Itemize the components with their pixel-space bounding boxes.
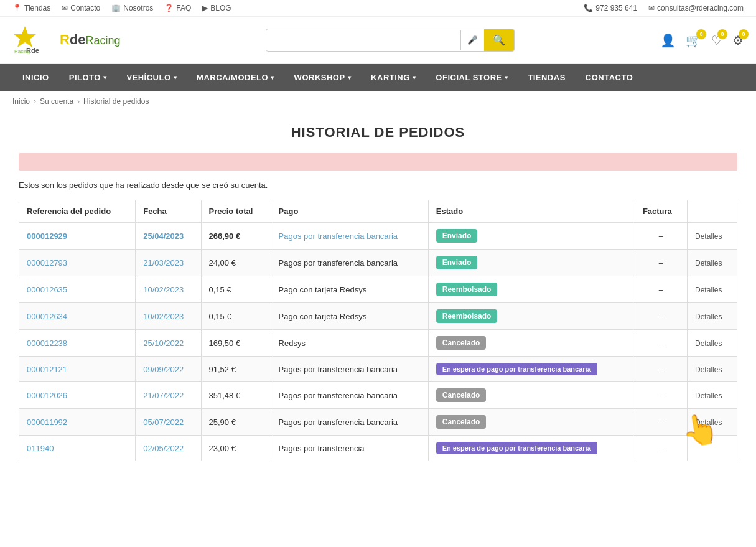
details-link[interactable]: Detalles	[695, 339, 722, 348]
top-nav-blog[interactable]: ▶ BLOG	[202, 4, 231, 12]
order-ref-link[interactable]: 000012238	[27, 339, 67, 348]
status-cell: Reembolsado	[428, 276, 635, 303]
order-ref-link[interactable]: 000012635	[27, 285, 67, 294]
factura-cell: –	[635, 330, 687, 357]
breadcrumb-current: Historial de pedidos	[83, 97, 149, 106]
breadcrumb-inicio[interactable]: Inicio	[12, 97, 30, 106]
details-cell: Detalles	[688, 357, 737, 382]
cart-button[interactable]: 🛒 0	[686, 33, 701, 48]
order-ref-link[interactable]: 000011992	[27, 418, 67, 427]
details-cell: Detalles	[688, 382, 737, 409]
table-row: 00001263410/02/20230,15 €Pago con tarjet…	[19, 303, 737, 330]
breadcrumb-cuenta[interactable]: Su cuenta	[40, 97, 73, 106]
page-title: HISTORIAL DE PEDIDOS	[19, 124, 737, 141]
order-ref-link[interactable]: 011940	[27, 444, 54, 453]
status-cell: Cancelado	[428, 382, 635, 409]
logo-area: Rde Racing RdeRacing	[12, 23, 121, 57]
top-nav-faq[interactable]: ❓ FAQ	[164, 4, 191, 12]
nav-piloto[interactable]: PILOTO ▾	[59, 64, 117, 91]
vehiculo-caret: ▾	[174, 74, 177, 81]
details-link[interactable]: Detalles	[695, 312, 722, 321]
date-link[interactable]: 25/04/2023	[143, 231, 184, 241]
status-badge: En espera de pago por transferencia banc…	[436, 442, 597, 454]
status-cell: Reembolsado	[428, 303, 635, 330]
date-link[interactable]: 21/03/2023	[143, 258, 184, 268]
table-row: 00001279321/03/202324,00 €Pagos por tran…	[19, 250, 737, 276]
status-badge: Cancelado	[436, 388, 487, 402]
col-factura: Factura	[635, 200, 687, 223]
details-cell: Detalles	[688, 250, 737, 276]
top-nav-contacto[interactable]: ✉ Contacto	[62, 4, 100, 12]
price-cell: 351,48 €	[201, 382, 271, 409]
logo-image: Rde Racing	[12, 23, 56, 57]
order-ref-link[interactable]: 000012121	[27, 365, 67, 374]
date-link[interactable]: 10/02/2023	[143, 285, 184, 294]
table-row: 00001292925/04/2023266,90 €Pagos por tra…	[19, 223, 737, 250]
email-link[interactable]: ✉ consultas@rderacing.com	[648, 4, 744, 12]
status-cell: Enviado	[428, 223, 635, 250]
date-link[interactable]: 02/05/2022	[143, 444, 184, 453]
status-cell: En espera de pago por transferencia banc…	[428, 357, 635, 382]
price-cell: 0,15 €	[201, 303, 271, 330]
date-link[interactable]: 21/07/2022	[143, 391, 184, 400]
nav-karting[interactable]: KARTING ▾	[361, 64, 426, 91]
details-link[interactable]: Detalles	[695, 365, 722, 374]
nav-marca-modelo[interactable]: MARCA/MODELO ▾	[187, 64, 284, 91]
phone-link[interactable]: 📞 972 935 641	[584, 4, 637, 12]
price-cell: 0,15 €	[201, 276, 271, 303]
table-row: 00001263510/02/20230,15 €Pago con tarjet…	[19, 276, 737, 303]
factura-cell: –	[635, 276, 687, 303]
orders-table: Referencia del pedido Fecha Precio total…	[19, 200, 737, 461]
payment-cell: Pagos por transferencia bancaria	[271, 382, 428, 409]
factura-cell: –	[635, 357, 687, 382]
date-link[interactable]: 10/02/2023	[143, 312, 184, 321]
top-bar: 📍 Tiendas ✉ Contacto 🏢 Nosotros ❓ FAQ ▶ …	[0, 0, 756, 17]
top-nav-nosotros[interactable]: 🏢 Nosotros	[111, 4, 153, 12]
status-badge: Enviado	[436, 229, 478, 243]
search-button[interactable]: 🔍	[484, 29, 514, 51]
col-ref: Referencia del pedido	[19, 200, 136, 223]
karting-caret: ▾	[413, 74, 416, 81]
header: Rde Racing RdeRacing 🎤 🔍 👤 🛒 0 ♡ 0 ⚙ 0	[0, 17, 756, 64]
date-link[interactable]: 25/10/2022	[143, 339, 184, 348]
nav-inicio[interactable]: INICIO	[12, 64, 59, 91]
order-ref-link[interactable]: 000012634	[27, 312, 67, 321]
workshop-caret: ▾	[348, 74, 352, 81]
filter-badge: 0	[739, 29, 749, 39]
factura-cell: –	[635, 250, 687, 276]
order-ref-link[interactable]: 000012929	[27, 231, 67, 241]
order-ref-link[interactable]: 000012793	[27, 258, 67, 268]
col-actions	[688, 200, 737, 223]
factura-cell: –	[635, 409, 687, 436]
wishlist-button[interactable]: ♡ 0	[711, 33, 722, 48]
details-link[interactable]: Detalles	[695, 391, 722, 400]
top-nav-tiendas[interactable]: 📍 Tiendas	[12, 4, 50, 12]
date-link[interactable]: 05/07/2022	[143, 418, 184, 427]
order-ref-link[interactable]: 000012026	[27, 391, 67, 400]
nav-vehiculo[interactable]: VEHÍCULO ▾	[116, 64, 187, 91]
date-link[interactable]: 09/09/2022	[143, 365, 184, 374]
details-link[interactable]: Detalles	[695, 259, 722, 268]
filter-button[interactable]: ⚙ 0	[732, 33, 744, 48]
search-input[interactable]	[266, 30, 460, 50]
nav-oficial-store[interactable]: OFICIAL STORE ▾	[426, 64, 518, 91]
price-cell: 91,52 €	[201, 357, 271, 382]
status-badge: Cancelado	[436, 336, 487, 350]
nav-contacto[interactable]: CONTACTO	[576, 64, 643, 91]
account-button[interactable]: 👤	[660, 33, 676, 48]
status-cell: Cancelado	[428, 330, 635, 357]
nav-workshop[interactable]: WORKSHOP ▾	[284, 64, 362, 91]
factura-cell: –	[635, 303, 687, 330]
table-row: 00001199205/07/202225,90 €Pagos por tran…	[19, 409, 737, 436]
details-cell	[688, 436, 737, 461]
details-link[interactable]: Detalles	[695, 418, 722, 427]
details-link[interactable]: Detalles	[695, 232, 722, 241]
nav-tiendas[interactable]: TIENDAS	[518, 64, 576, 91]
payment-cell: Pagos por transferencia bancaria	[271, 409, 428, 436]
details-link[interactable]: Detalles	[695, 286, 722, 294]
payment-link[interactable]: Pagos por transferencia bancaria	[279, 231, 398, 241]
price-cell: 266,90 €	[201, 223, 271, 250]
mic-button[interactable]: 🎤	[460, 30, 484, 50]
factura-cell: –	[635, 223, 687, 250]
payment-cell: Pago con tarjeta Redsys	[271, 276, 428, 303]
